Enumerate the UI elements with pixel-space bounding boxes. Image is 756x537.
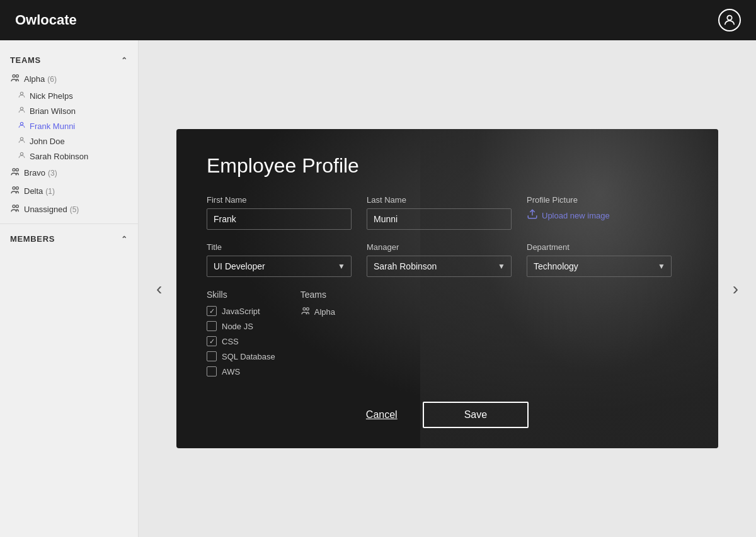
- team-unassigned-icon: [10, 203, 20, 215]
- upload-image-button[interactable]: Upload new image: [527, 208, 610, 222]
- teams-label: Teams: [301, 290, 335, 300]
- upload-label: Upload new image: [542, 211, 610, 220]
- svg-point-2: [16, 75, 18, 77]
- title-label: Title: [207, 242, 352, 252]
- first-name-input[interactable]: [207, 208, 352, 230]
- profile-picture-label: Profile Picture: [527, 195, 610, 205]
- last-name-input[interactable]: [367, 208, 512, 230]
- skill-sql-checkbox[interactable]: [207, 351, 217, 361]
- next-arrow-button[interactable]: ›: [728, 274, 743, 304]
- department-select[interactable]: Technology Marketing Sales HR Finance: [527, 256, 672, 277]
- person-icon: [18, 106, 26, 116]
- main-content: Employee Profile First Name Last Name Pr…: [139, 40, 756, 537]
- skills-label: Skills: [207, 290, 275, 300]
- person-icon: [18, 136, 26, 146]
- title-group: Title UI Developer Frontend Developer Ba…: [207, 242, 352, 277]
- sidebar-member-frank-munni[interactable]: Frank Munni: [0, 118, 138, 133]
- sidebar-divider: [0, 223, 138, 224]
- title-select[interactable]: UI Developer Frontend Developer Backend …: [207, 256, 352, 277]
- team-alpha-badge-icon: [301, 306, 311, 318]
- manager-select[interactable]: Sarah Robinson Nick Phelps Brian Wilson …: [367, 256, 512, 277]
- person-active-icon: [18, 121, 26, 131]
- user-avatar-button[interactable]: [718, 9, 741, 31]
- department-select-wrapper: Technology Marketing Sales HR Finance ▼: [527, 256, 672, 277]
- app-logo: Owlocate: [15, 12, 77, 28]
- app-header: Owlocate: [0, 0, 756, 40]
- team-alpha-icon: [10, 73, 20, 85]
- save-button[interactable]: Save: [423, 402, 529, 428]
- upload-icon: [527, 208, 538, 222]
- sidebar-member-sarah-robinson[interactable]: Sarah Robinson: [0, 149, 138, 164]
- sidebar-item-alpha[interactable]: Alpha (6): [0, 70, 138, 88]
- team-bravo-icon: [10, 167, 20, 179]
- teams-section-header[interactable]: TEAMS ⌃: [0, 50, 138, 70]
- manager-group: Manager Sarah Robinson Nick Phelps Brian…: [367, 242, 512, 277]
- sidebar-item-bravo[interactable]: Bravo (3): [0, 164, 138, 182]
- manager-label: Manager: [367, 242, 512, 252]
- skill-nodejs-checkbox[interactable]: [207, 321, 217, 331]
- svg-point-1: [13, 75, 15, 77]
- title-select-wrapper: UI Developer Frontend Developer Backend …: [207, 256, 352, 277]
- cancel-button[interactable]: Cancel: [366, 409, 398, 421]
- svg-point-12: [13, 205, 15, 208]
- profile-card: Employee Profile First Name Last Name Pr…: [176, 129, 718, 448]
- svg-point-7: [20, 152, 23, 155]
- team-delta-icon: [10, 185, 20, 197]
- svg-point-13: [16, 205, 18, 208]
- last-name-group: Last Name: [367, 195, 512, 230]
- prev-arrow-button[interactable]: ‹: [151, 274, 167, 304]
- sidebar-member-john-doe[interactable]: John Doe: [0, 133, 138, 149]
- manager-select-wrapper: Sarah Robinson Nick Phelps Brian Wilson …: [367, 256, 512, 277]
- sidebar-item-unassigned[interactable]: Unassigned (5): [0, 200, 138, 218]
- skill-sql[interactable]: SQL Database: [207, 351, 275, 361]
- profile-title: Employee Profile: [207, 154, 688, 178]
- skill-css-checkbox[interactable]: ✓: [207, 336, 217, 346]
- first-name-label: First Name: [207, 195, 352, 205]
- svg-point-4: [20, 107, 23, 110]
- teams-group: Teams Alpha: [301, 290, 335, 382]
- sidebar-item-delta[interactable]: Delta (1): [0, 182, 138, 200]
- first-name-group: First Name: [207, 195, 352, 230]
- members-chevron-up-icon: ⌃: [121, 235, 128, 244]
- svg-point-8: [13, 169, 15, 171]
- last-name-label: Last Name: [367, 195, 512, 205]
- skill-javascript-checkbox[interactable]: ✓: [207, 306, 217, 316]
- svg-point-3: [20, 92, 23, 94]
- form-actions: Cancel Save: [207, 402, 688, 428]
- skill-javascript[interactable]: ✓ JavaScript: [207, 306, 275, 316]
- person-icon: [18, 151, 26, 161]
- skill-aws[interactable]: AWS: [207, 366, 275, 376]
- sidebar: TEAMS ⌃ Alpha (6): [0, 40, 139, 537]
- svg-point-5: [20, 122, 23, 125]
- svg-point-15: [303, 308, 306, 310]
- person-icon: [18, 91, 26, 101]
- skill-css[interactable]: ✓ CSS: [207, 336, 275, 346]
- svg-point-9: [16, 169, 18, 171]
- department-label: Department: [527, 242, 672, 252]
- svg-point-10: [13, 187, 15, 189]
- sidebar-member-nick-phelps[interactable]: Nick Phelps: [0, 88, 138, 103]
- profile-picture-group: Profile Picture Upload new image: [527, 195, 610, 222]
- sidebar-member-brian-wilson[interactable]: Brian Wilson: [0, 103, 138, 118]
- svg-point-0: [727, 16, 731, 20]
- department-group: Department Technology Marketing Sales HR…: [527, 242, 672, 277]
- members-section-header[interactable]: MEMBERS ⌃: [0, 229, 138, 249]
- skills-teams-row: Skills ✓ JavaScript Node JS ✓ CSS: [207, 290, 688, 382]
- teams-chevron-up-icon: ⌃: [121, 56, 128, 65]
- svg-point-6: [20, 137, 23, 140]
- form-row-2: Title UI Developer Frontend Developer Ba…: [207, 242, 688, 277]
- team-alpha-badge: Alpha: [301, 306, 335, 318]
- form-row-1: First Name Last Name Profile Picture: [207, 195, 688, 230]
- svg-point-11: [16, 187, 18, 189]
- svg-point-16: [306, 308, 309, 310]
- skill-nodejs[interactable]: Node JS: [207, 321, 275, 331]
- skills-group: Skills ✓ JavaScript Node JS ✓ CSS: [207, 290, 275, 382]
- skill-aws-checkbox[interactable]: [207, 366, 217, 376]
